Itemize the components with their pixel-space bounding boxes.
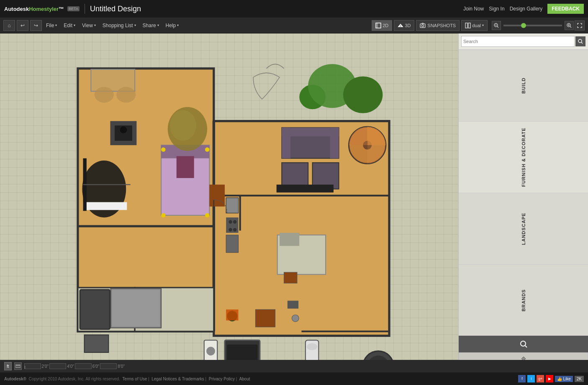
search-icon-panel[interactable]	[459, 336, 588, 352]
svg-line-7	[497, 26, 498, 28]
svg-rect-5	[468, 23, 470, 28]
separator	[85, 4, 85, 14]
autodesk-logo: AutodeskHomestyler™	[4, 6, 64, 12]
home-button[interactable]: ⌂	[3, 20, 15, 31]
feedback-button[interactable]: FEEDBACK	[547, 4, 584, 14]
facebook-icon[interactable]: f	[518, 375, 526, 382]
sidebar-tabs: BUILD FURNISH & DECORATE LANDSCAPE BRAND…	[459, 50, 588, 336]
svg-point-57	[229, 220, 232, 224]
terms-link[interactable]: Terms of Use	[122, 377, 147, 381]
shopping-list-menu-button[interactable]: Shopping List▾	[100, 21, 139, 30]
3d-view-button[interactable]: 3D	[394, 20, 414, 31]
svg-point-36	[120, 126, 127, 133]
dual-button[interactable]: dual▾	[461, 20, 488, 31]
ruler-4ft: 4'0"	[67, 364, 74, 369]
svg-line-88	[525, 346, 527, 347]
svg-line-86	[581, 42, 583, 43]
file-menu-button[interactable]: File▾	[44, 21, 59, 30]
svg-point-59	[229, 228, 232, 231]
unit-ft-button[interactable]: ft	[4, 362, 12, 370]
sign-in-link[interactable]: Sign In	[489, 6, 504, 12]
right-search-area	[459, 33, 588, 50]
svg-line-10	[570, 26, 571, 28]
footer-right: f t g+ ▶ 👍 Like 2K	[518, 375, 584, 382]
svg-rect-56	[226, 217, 238, 233]
zoom-in-button[interactable]	[565, 21, 574, 30]
svg-rect-4	[465, 23, 467, 28]
2k-button[interactable]: 2K	[575, 376, 584, 382]
svg-rect-80	[85, 335, 109, 352]
brands-tab[interactable]: BRANDS	[459, 264, 588, 336]
svg-rect-79	[80, 290, 110, 329]
zoom-thumb[interactable]	[521, 23, 526, 28]
canvas-area[interactable]	[0, 33, 458, 385]
svg-point-53	[116, 87, 136, 103]
svg-rect-67	[288, 301, 298, 309]
svg-rect-78	[112, 290, 160, 326]
search-button[interactable]	[575, 36, 585, 46]
design-title[interactable]: Untitled Design	[90, 5, 141, 13]
svg-point-87	[521, 341, 526, 346]
topbar-right: Join Now Sign In Design Gallery FEEDBACK	[463, 0, 584, 18]
edit-menu-button[interactable]: Edit▾	[61, 21, 78, 30]
svg-point-38	[170, 110, 196, 140]
footer: Autodesk® Copyright 2010 Autodesk, Inc. …	[0, 372, 588, 385]
svg-point-29	[161, 148, 165, 152]
snapshots-button[interactable]: SNAPSHOTS	[416, 20, 460, 31]
svg-point-69	[206, 347, 215, 355]
join-now-link[interactable]: Join Now	[463, 6, 484, 12]
svg-point-50	[343, 76, 383, 113]
svg-rect-23	[83, 202, 127, 210]
view-menu-button[interactable]: View▾	[80, 21, 98, 30]
svg-point-30	[205, 148, 209, 152]
landscape-tab[interactable]: LANDSCAPE	[459, 193, 588, 264]
bottom-bar: ft 2'0" 4'0" 6'0" 8'0"	[0, 360, 588, 372]
zoom-controls	[492, 20, 585, 31]
ruler-2ft: 2'0"	[42, 364, 49, 369]
google-icon[interactable]: g+	[537, 375, 544, 382]
design-gallery-link[interactable]: Design Gallery	[510, 6, 543, 12]
svg-point-52	[95, 87, 114, 103]
help-menu-button[interactable]: Help▾	[163, 21, 182, 30]
undo-button[interactable]: ↩	[17, 20, 28, 31]
autodesk-footer-logo: Autodesk®	[4, 377, 26, 381]
2d-view-button[interactable]: 2D	[372, 20, 392, 31]
redo-button[interactable]: ↪	[30, 20, 42, 31]
zoom-out-button[interactable]	[492, 21, 501, 30]
footer-left: Autodesk® Copyright 2010 Autodesk, Inc. …	[4, 377, 250, 381]
svg-point-31	[161, 213, 165, 217]
youtube-icon[interactable]: ▶	[546, 375, 553, 382]
svg-point-60	[233, 228, 236, 231]
twitter-icon[interactable]: t	[527, 375, 535, 382]
svg-point-84	[292, 315, 299, 322]
about-link[interactable]: About	[239, 377, 250, 381]
toolbar: ⌂ ↩ ↪ File▾ Edit▾ View▾ Shopping List▾ S…	[0, 18, 588, 33]
zoom-slider[interactable]	[503, 25, 562, 26]
build-tab[interactable]: BUILD	[459, 50, 588, 121]
svg-rect-41	[282, 127, 290, 158]
svg-rect-54	[226, 198, 238, 213]
footer-copyright: Copyright 2010 Autodesk, Inc. All rights…	[28, 377, 250, 381]
svg-point-71	[307, 343, 317, 350]
search-input[interactable]	[461, 36, 575, 47]
bottom-left: ft 2'0" 4'0" 6'0" 8'0"	[4, 362, 125, 370]
beta-badge: BETA	[67, 6, 80, 11]
right-panel: BUILD FURNISH & DECORATE LANDSCAPE BRAND…	[458, 33, 588, 385]
svg-rect-83	[226, 309, 238, 320]
svg-rect-63	[255, 309, 275, 327]
privacy-link[interactable]: Privacy Policy	[209, 377, 235, 381]
ruler-marks: 2'0" 4'0" 6'0" 8'0"	[24, 363, 125, 369]
svg-point-32	[205, 213, 209, 217]
legal-link[interactable]: Legal Notices & Trademarks	[151, 377, 204, 381]
topbar: AutodeskHomestyler™ BETA Untitled Design…	[0, 0, 588, 18]
fullscreen-button[interactable]	[575, 20, 585, 31]
svg-rect-65	[280, 233, 299, 246]
like-button[interactable]: 👍 Like	[555, 376, 573, 382]
ruler-icon	[14, 362, 22, 370]
svg-point-58	[233, 220, 236, 224]
furnish-decorate-tab[interactable]: FURNISH & DECORATE	[459, 121, 588, 193]
ruler-8ft: 8'0"	[118, 364, 125, 369]
svg-rect-0	[376, 23, 381, 28]
logo-area: AutodeskHomestyler™ BETA	[4, 6, 80, 12]
share-menu-button[interactable]: Share▾	[140, 21, 162, 30]
